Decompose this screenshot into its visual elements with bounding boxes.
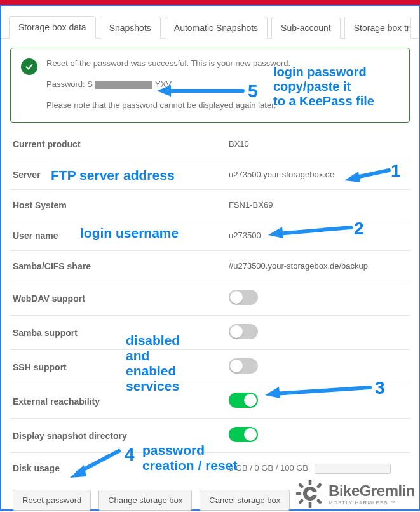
toggle-samba[interactable] [229,324,258,339]
cancel-storage-box-button[interactable]: Cancel storage box [200,490,290,511]
svg-rect-15 [298,483,304,488]
label-display-snapshot-dir: Display snapshot directory [13,431,229,441]
tab-sub-account[interactable]: Sub-account [271,17,341,39]
password-reset-alert: Reset of the password was successful. Th… [10,48,410,123]
change-storage-box-button[interactable]: Change storage box [98,490,192,511]
password-suffix: YXV [155,78,172,91]
svg-rect-12 [309,502,312,508]
tab-storage-box-transfer[interactable]: Storage box trans [344,17,411,39]
row-webdav-support: WebDAV support [10,281,410,316]
value-disk-usage: 0 GB / 0 GB / 100 GB [229,463,308,473]
row-host-system: Host System FSN1-BX69 [10,190,410,220]
row-samba-support: Samba support [10,316,410,350]
toggle-webdav[interactable] [229,290,258,305]
brand-top-bar [0,0,420,5]
toggle-ssh[interactable] [229,358,258,374]
tab-bar: Storage box data Snapshots Automatic Sna… [1,6,419,39]
row-ssh-support: SSH support [10,350,410,384]
disk-usage-progress [315,464,391,474]
value-current-product: BX10 [229,139,407,149]
label-ssh-support: SSH support [13,362,229,372]
watermark: BikeGremlin MOSTLY HARMLESS ™ [295,479,415,508]
row-display-snapshot-dir: Display snapshot directory [10,419,410,453]
alert-password-line: Password: SYXV [46,78,399,91]
svg-rect-16 [316,483,322,488]
label-user-name: User name [13,231,229,241]
value-user-name: u273500 [229,231,407,240]
tab-automatic-snapshots[interactable]: Automatic Snapshots [165,17,268,39]
row-server: Server u273500.your-storagebox.de [10,159,410,190]
label-samba-cifs-share: Samba/CIFS share [13,261,229,271]
password-redacted [95,81,152,89]
toggle-display-snapshot-dir[interactable] [229,427,258,442]
label-external-reachability: External reachability [13,396,229,407]
tab-storage-box-data[interactable]: Storage box data [9,16,96,39]
label-current-product: Current product [13,139,229,149]
value-host-system: FSN1-BX69 [229,200,407,210]
watermark-tagline: MOSTLY HARMLESS ™ [329,500,415,506]
row-samba-cifs-share: Samba/CIFS share //u273500.your-storageb… [10,251,410,281]
svg-rect-17 [298,499,304,504]
details-table: Current product BX10 Server u273500.your… [10,129,410,483]
tab-snapshots[interactable]: Snapshots [100,17,161,39]
label-host-system: Host System [13,200,229,210]
svg-rect-11 [309,480,312,485]
value-server: u273500.your-storagebox.de [229,170,407,179]
success-check-icon [21,58,37,75]
screenshot-frame: Storage box data Snapshots Automatic Sna… [0,5,420,511]
reset-password-button[interactable]: Reset password [13,490,91,511]
label-server: Server [13,170,229,180]
row-current-product: Current product BX10 [10,129,410,159]
value-samba-cifs-share: //u273500.your-storagebox.de/backup [229,261,407,271]
gear-icon [295,479,325,508]
label-samba-support: Samba support [13,328,229,338]
row-user-name: User name u273500 [10,220,410,251]
svg-rect-18 [316,499,322,504]
row-external-reachability: External reachability [10,384,410,419]
svg-rect-20 [310,492,325,495]
label-disk-usage: Disk usage [13,463,229,473]
alert-message-2: Please note that the password cannot be … [46,99,399,112]
password-label: Password: S [46,78,93,91]
toggle-external-reachability[interactable] [229,393,258,408]
watermark-brand: BikeGremlin [329,482,415,500]
alert-message-1: Reset of the password was successful. Th… [46,57,399,71]
label-webdav-support: WebDAV support [13,293,229,304]
svg-rect-13 [296,492,301,495]
